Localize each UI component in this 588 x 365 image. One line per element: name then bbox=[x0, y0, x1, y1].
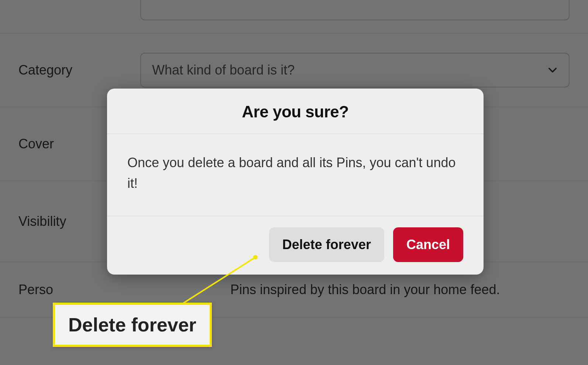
delete-forever-button[interactable]: Delete forever bbox=[269, 227, 384, 262]
dialog-title: Are you sure? bbox=[107, 89, 484, 134]
cancel-button[interactable]: Cancel bbox=[393, 227, 463, 262]
dialog-actions: Delete forever Cancel bbox=[107, 216, 484, 275]
callout-delete-forever: Delete forever bbox=[53, 303, 212, 347]
confirm-delete-dialog: Are you sure? Once you delete a board an… bbox=[107, 89, 484, 275]
board-edit-page: Category What kind of board is it? Cover… bbox=[0, 0, 588, 365]
dialog-body: Once you delete a board and all its Pins… bbox=[107, 134, 484, 216]
